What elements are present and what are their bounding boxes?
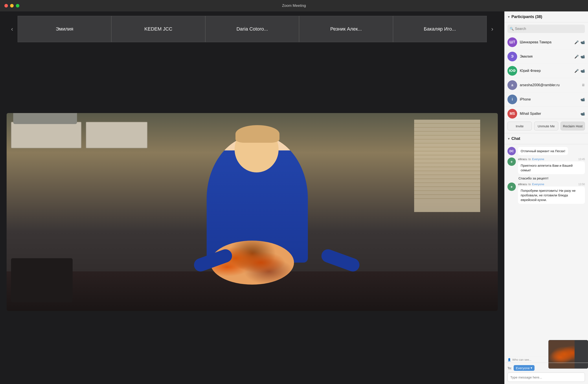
participants-section: ▾ Participants (38) 🔍 ШТ Шинкарева Тамар…: [504, 11, 588, 133]
main-video: [0, 47, 504, 384]
participant-name-5: Mihail Spalter: [520, 112, 578, 116]
chat-message-input[interactable]: [507, 373, 585, 382]
participant-name-4: iPhone: [520, 98, 578, 101]
participant-icons-4: 📹: [581, 98, 585, 101]
participant-item-5: MS Mihail Spalter 📹: [504, 107, 588, 119]
chat-message-4: e elliracu to Everyone 13:50 Попробуем п…: [507, 182, 585, 204]
participant-name-3: arsesha2006@rambler.ru: [520, 83, 579, 87]
main-container: ‹ Эмилия KEDEM JCC Daria Cotoro... Резни…: [0, 11, 588, 384]
chat-msg-text-4: Попробуем приготовить! Ни разу не пробов…: [518, 186, 585, 204]
participant-icons-2: 🎤 📹: [574, 69, 585, 73]
participant-avatar-2: ЮФ: [507, 66, 517, 76]
person-hair: [235, 125, 279, 143]
chat-to-2: to: [528, 158, 531, 161]
chat-msg-meta-4: elliracu to Everyone 13:50: [518, 182, 585, 186]
chat-to-row: To: Everyone ▾: [507, 365, 585, 371]
window-controls[interactable]: [4, 4, 19, 7]
participants-title: Participants (38): [511, 15, 585, 19]
reclaim-host-button[interactable]: Reclaim Host: [561, 122, 585, 130]
strip-tile-0[interactable]: Эмилия: [18, 16, 111, 42]
unmute-me-button[interactable]: Unmute Me: [534, 122, 559, 130]
participant-icons-3: 🖥: [581, 83, 585, 87]
close-button[interactable]: [4, 4, 8, 7]
chat-sender-4: elliracu: [518, 182, 527, 186]
participant-name-1: Эмилия: [520, 55, 572, 59]
participant-avatar-3: a: [507, 80, 517, 90]
chat-input-area: To: Everyone ▾: [504, 363, 588, 384]
person-icon: 👤: [507, 358, 511, 361]
participant-avatar-4: i: [507, 95, 517, 104]
cabinet-right: [86, 122, 147, 148]
chat-to-4: to: [528, 182, 531, 186]
chat-avatar-e1: e: [507, 158, 516, 166]
participant-item-0: ШТ Шинкарева Тамара 🎤 📹: [504, 35, 588, 49]
chat-message-1: DC Отличный вариант на Песах!: [507, 147, 585, 155]
right-panel: ▾ Participants (38) 🔍 ШТ Шинкарева Тамар…: [504, 11, 588, 384]
window-title: Zoom Meeting: [282, 3, 306, 8]
participant-item-1: Э Эмилия 🎤 📹: [504, 49, 588, 64]
participant-avatar-0: ШТ: [507, 37, 517, 47]
range-hood: [13, 113, 77, 124]
stove: [11, 258, 73, 302]
chat-header: ▾ Chat: [504, 133, 588, 144]
chat-chevron[interactable]: ▾: [508, 137, 510, 141]
chat-messages: DC Отличный вариант на Песах! e elliracu: [504, 144, 588, 357]
video-icon-2: 📹: [581, 69, 585, 73]
chat-to-label: To:: [507, 366, 512, 370]
participant-icons-5: 📹: [581, 112, 585, 116]
search-bar: 🔍: [507, 25, 585, 33]
invite-button[interactable]: Invite: [507, 122, 532, 130]
participant-icons-1: 🎤 📹: [574, 55, 585, 59]
video-frame: [7, 113, 498, 311]
participant-strip: ‹ Эмилия KEDEM JCC Daria Cotoro... Резни…: [0, 11, 504, 47]
strip-tile-4[interactable]: Бакаляр Иго...: [393, 16, 487, 42]
chat-msg-body-4: elliracu to Everyone 13:50 Попробуем при…: [518, 182, 585, 204]
chat-msg-body-2: elliracu to Everyone 13:45 Приятного апп…: [518, 158, 585, 174]
strip-next-button[interactable]: ›: [487, 16, 498, 42]
minimize-button[interactable]: [10, 4, 14, 7]
participant-avatar-1: Э: [507, 52, 517, 61]
chat-msg-text-2: Приятного аппетита Вам и Вашей семье!: [518, 162, 585, 174]
strip-prev-button[interactable]: ‹: [7, 16, 18, 42]
mute-icon-0: 🎤: [574, 40, 579, 44]
participant-item-4: i iPhone 📹: [504, 92, 588, 107]
chat-message-2: e elliracu to Everyone 13:45 Приятного а…: [507, 158, 585, 174]
title-bar: Zoom Meeting: [0, 0, 588, 11]
participant-name-2: Юрий Флеер: [520, 69, 572, 73]
chat-to-target-4: Everyone: [532, 182, 544, 186]
chat-to-dropdown[interactable]: Everyone ▾: [514, 365, 535, 371]
participant-icons-0: 🎤 📹: [574, 40, 585, 44]
participants-header: ▾ Participants (38): [504, 11, 588, 22]
chat-msg-body-1: Отличный вариант на Песах!: [518, 147, 585, 155]
participant-item-3: a arsesha2006@rambler.ru 🖥: [504, 78, 588, 92]
dropdown-arrow-icon: ▾: [531, 366, 532, 370]
strip-tiles: Эмилия KEDEM JCC Daria Cotoro... Резник …: [18, 16, 487, 42]
video-icon-4: 📹: [581, 98, 585, 101]
video-icon-5: 📹: [581, 112, 585, 116]
chat-avatar-dc: DC: [507, 147, 516, 155]
cabinet-left: [11, 122, 82, 148]
video-area: ‹ Эмилия KEDEM JCC Daria Cotoro... Резни…: [0, 11, 504, 384]
strip-tile-1[interactable]: KEDEM JCC: [111, 16, 205, 42]
chat-time-4: 13:50: [578, 183, 585, 186]
chat-avatar-e2: e: [507, 182, 516, 191]
participant-list: ШТ Шинкарева Тамара 🎤 📹 Э Эмилия 🎤: [504, 35, 588, 119]
participant-name-0: Шинкарева Тамара: [520, 40, 572, 44]
chat-sender-2: elliracu: [518, 158, 527, 161]
chat-msg-meta-2: elliracu to Everyone 13:45: [518, 158, 585, 161]
video-icon-0: 📹: [581, 40, 585, 44]
participant-item-2: ЮФ Юрий Флеер 🎤 📹: [504, 64, 588, 78]
strip-tile-3[interactable]: Резник Алек...: [299, 16, 393, 42]
strip-tile-2[interactable]: Daria Cotoro...: [205, 16, 299, 42]
participants-chevron[interactable]: ▾: [508, 15, 510, 19]
chat-msg-text-1: Отличный вариант на Песах!: [518, 147, 568, 155]
chat-message-3: Спасибо за рецепт!: [507, 176, 585, 180]
search-input[interactable]: [507, 25, 585, 33]
screen-share-icon-3: 🖥: [581, 83, 585, 87]
chat-section: ▾ Chat DC Отличный вариант на Песах! e: [504, 133, 588, 384]
chat-time-2: 13:45: [578, 158, 585, 161]
maximize-button[interactable]: [16, 4, 19, 7]
search-icon: 🔍: [510, 27, 514, 31]
chat-to-target-2: Everyone: [532, 158, 544, 161]
participant-avatar-5: MS: [507, 109, 517, 119]
